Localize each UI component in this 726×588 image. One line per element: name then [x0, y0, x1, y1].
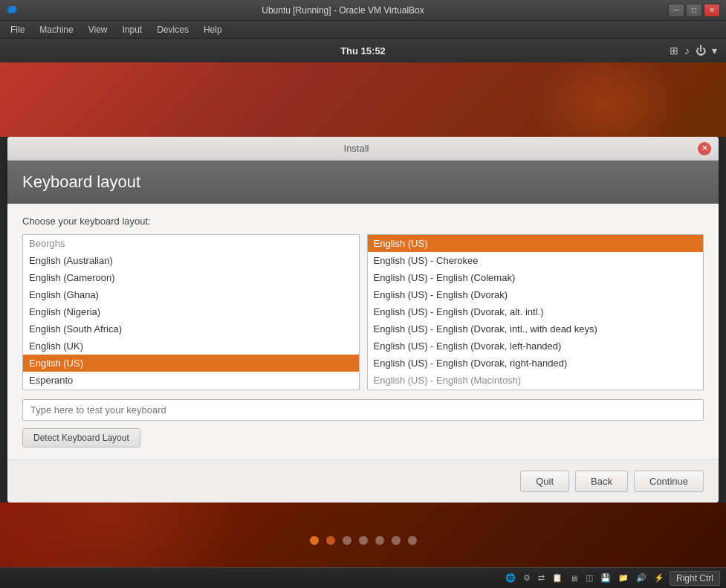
menu-input[interactable]: Input: [115, 23, 150, 36]
virtualbox-titlebar: Ubuntu [Running] - Oracle VM VirtualBox …: [0, 0, 726, 21]
tray-icon-8: 📁: [616, 572, 631, 584]
tray-icon-4: 📋: [550, 572, 565, 584]
network-icon: ⊞: [670, 45, 678, 56]
kb-layout-title: Keyboard layout: [22, 172, 140, 191]
right-list-item[interactable]: English (US) - Cherokee: [368, 252, 704, 269]
list-item[interactable]: English (Cameroon): [23, 269, 359, 286]
menu-view[interactable]: View: [81, 23, 115, 36]
dialog-titlebar: Install ✕: [7, 137, 719, 161]
svg-rect-1: [9, 6, 16, 12]
keyboard-test-input[interactable]: [22, 399, 704, 421]
carousel-dot-7: [408, 536, 417, 545]
back-button[interactable]: Back: [575, 471, 628, 492]
menubar: File Machine View Input Devices Help: [0, 21, 726, 39]
right-list-item[interactable]: English (US) - English (Dvorak, left-han…: [368, 337, 704, 355]
power-icon: ⏻: [696, 45, 706, 56]
close-button[interactable]: ✕: [704, 4, 720, 17]
menu-file[interactable]: File: [3, 23, 32, 36]
list-item[interactable]: English (South Africa): [23, 320, 359, 337]
kb-lists-container: Beorghs English (Australian) English (Ca…: [22, 234, 704, 390]
right-list-item[interactable]: English (US) - English (Dvorak, right-ha…: [368, 355, 704, 372]
left-layout-list[interactable]: Beorghs English (Australian) English (Ca…: [22, 234, 360, 390]
kb-layout-content: Choose your keyboard layout: Beorghs Eng…: [7, 204, 719, 459]
dialog-close-button[interactable]: ✕: [698, 142, 711, 155]
main-layout: Ubuntu [Running] - Oracle VM VirtualBox …: [0, 0, 726, 588]
carousel-dots: [310, 536, 417, 545]
dialog-title: Install: [15, 143, 698, 154]
ubuntu-section: Thu 15:52 ⊞ ♪ ⏻ ▾ Install ✕ Keyboard l: [0, 39, 726, 567]
list-item-english-us[interactable]: English (US): [23, 355, 359, 372]
window-title: Ubuntu [Running] - Oracle VM VirtualBox: [18, 5, 668, 16]
right-ctrl-indicator: Right Ctrl: [670, 571, 720, 586]
tray-icon-10: ⚡: [652, 572, 667, 584]
kb-layout-subtitle: Choose your keyboard layout:: [22, 216, 704, 227]
quit-button[interactable]: Quit: [520, 471, 569, 492]
menu-devices[interactable]: Devices: [149, 23, 196, 36]
carousel-dot-5: [375, 536, 384, 545]
install-dialog: Install ✕ Keyboard layout Choose your ke…: [7, 137, 719, 503]
continue-button[interactable]: Continue: [634, 471, 704, 492]
list-item[interactable]: English (Nigeria): [23, 303, 359, 320]
system-taskbar: 🌐 ⚙ ⇄ 📋 🖥 ◫ 💾 📁 🔊 ⚡ Right Ctrl: [0, 567, 726, 588]
list-item[interactable]: English (Ghana): [23, 286, 359, 303]
carousel-dot-4: [359, 536, 368, 545]
tray-icon-2: ⚙: [521, 572, 533, 584]
dropdown-icon: ▾: [712, 45, 717, 56]
right-list-item[interactable]: English (US) - English (Dvorak, intl., w…: [368, 320, 704, 337]
right-list-item-english-us[interactable]: English (US): [368, 235, 704, 252]
minimize-button[interactable]: ─: [668, 4, 684, 17]
ubuntu-statusbar: Thu 15:52 ⊞ ♪ ⏻ ▾: [0, 39, 726, 62]
vm-content: Thu 15:52 ⊞ ♪ ⏻ ▾ Install ✕ Keyboard l: [0, 39, 726, 567]
menu-help[interactable]: Help: [196, 23, 230, 36]
tray-icon-1: 🌐: [503, 572, 518, 584]
tray-icon-3: ⇄: [536, 572, 547, 584]
tray-icon-7: 💾: [598, 572, 613, 584]
list-item[interactable]: English (Australian): [23, 252, 359, 269]
right-list-item[interactable]: English (US) - English (Dvorak, alt. int…: [368, 303, 704, 320]
volume-icon: ♪: [684, 45, 690, 56]
carousel-dot-6: [392, 536, 401, 545]
carousel-dot-1: [310, 536, 319, 545]
window-controls: ─ □ ✕: [668, 4, 720, 17]
clock: Thu 15:52: [340, 45, 386, 56]
maximize-button[interactable]: □: [686, 4, 702, 17]
list-item[interactable]: English (UK): [23, 337, 359, 355]
list-item[interactable]: Esperanto: [23, 372, 359, 389]
dialog-footer: Quit Back Continue: [7, 459, 719, 503]
right-list-item[interactable]: English (US) - English (Dvorak): [368, 286, 704, 303]
tray-icon-9: 🔊: [634, 572, 649, 584]
list-item[interactable]: Beorghs: [23, 235, 359, 252]
tray-icon-5: 🖥: [568, 572, 580, 584]
right-layout-list[interactable]: English (US) English (US) - Cherokee Eng…: [367, 234, 704, 390]
right-list-item[interactable]: English (US) - English (Macintosh): [368, 372, 704, 389]
vbox-icon: [6, 4, 18, 16]
ubuntu-background-bottom: [0, 503, 726, 567]
detect-keyboard-button[interactable]: Detect Keyboard Layout: [22, 428, 140, 448]
kb-layout-header: Keyboard layout: [7, 161, 719, 204]
tray-icon-6: ◫: [583, 572, 595, 584]
carousel-dot-2: [326, 536, 335, 545]
right-list-item[interactable]: English (US) - English (Colemak): [368, 269, 704, 286]
menu-machine[interactable]: Machine: [32, 23, 80, 36]
status-icons: ⊞ ♪ ⏻ ▾: [670, 45, 717, 56]
carousel-dot-3: [343, 536, 351, 545]
ubuntu-background-top: [0, 62, 726, 137]
